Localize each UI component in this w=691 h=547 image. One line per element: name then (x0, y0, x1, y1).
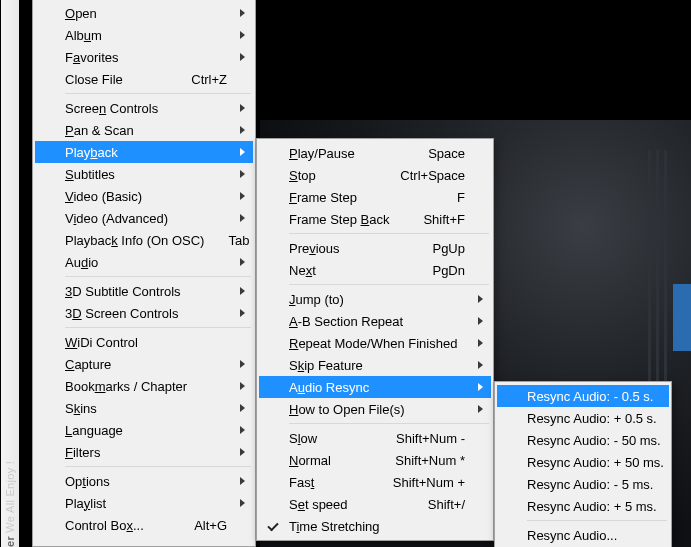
submenu-arrow-icon (240, 448, 245, 456)
menu-item-options[interactable]: Options (35, 470, 253, 492)
menu-item-accelerator: PgDn (432, 263, 465, 278)
menu-item-normal[interactable]: Normal Shift+Num * (259, 449, 491, 471)
menu-item-jump[interactable]: Jump (to) (259, 288, 491, 310)
submenu-arrow-icon (240, 426, 245, 434)
menu-item-skins[interactable]: Skins (35, 397, 253, 419)
menu-item-frame-step-back[interactable]: Frame Step Back Shift+F (259, 208, 491, 230)
menu-item-resync-minus-50ms[interactable]: Resync Audio: - 50 ms. (497, 429, 669, 451)
menu-item-capture[interactable]: Capture (35, 353, 253, 375)
menu-item-label: Resync Audio... (527, 528, 643, 543)
menu-item-time-stretching[interactable]: Time Stretching (259, 515, 491, 537)
submenu-audio-resync: Resync Audio: - 0.5 s. Resync Audio: + 0… (494, 381, 672, 547)
menu-item-label: Audio Resync (289, 380, 465, 395)
menu-item-previous[interactable]: Previous PgUp (259, 237, 491, 259)
menu-item-accelerator: Alt+G (194, 518, 227, 533)
menu-item-skip-feature[interactable]: Skip Feature (259, 354, 491, 376)
menu-item-resync-plus-0-5s[interactable]: Resync Audio: + 0.5 s. (497, 407, 669, 429)
menu-item-frame-step[interactable]: Frame Step F (259, 186, 491, 208)
submenu-arrow-icon (478, 295, 483, 303)
menu-item-accelerator: Shift+Num + (393, 475, 465, 490)
menu-item-pan-scan[interactable]: Pan & Scan (35, 119, 253, 141)
menu-item-screen-controls[interactable]: Screen Controls (35, 97, 253, 119)
playlist-tab-hint[interactable] (673, 284, 691, 351)
menu-item-label: A-B Section Repeat (289, 314, 465, 329)
menu-item-fast[interactable]: Fast Shift+Num + (259, 471, 491, 493)
menu-item-label: Close File (65, 72, 167, 87)
menu-item-language[interactable]: Language (35, 419, 253, 441)
menu-item-stop[interactable]: Stop Ctrl+Space (259, 164, 491, 186)
menu-separator (65, 276, 251, 277)
menu-item-video-basic[interactable]: Video (Basic) (35, 185, 253, 207)
watermark-bold: er (4, 536, 16, 547)
menu-item-resync-minus-0-5s[interactable]: Resync Audio: - 0.5 s. (497, 385, 669, 407)
menu-item-label: Capture (65, 357, 227, 372)
menu-item-3d-screen[interactable]: 3D Screen Controls (35, 302, 253, 324)
menu-item-accelerator: Space (428, 146, 465, 161)
menu-item-how-to-open[interactable]: How to Open File(s) (259, 398, 491, 420)
menu-item-accelerator: Shift+Num * (395, 453, 465, 468)
menu-item-label: Filters (65, 445, 227, 460)
app-root: er We All Enjoy ! Open Album Favorites C… (0, 0, 691, 547)
menu-item-label: Skip Feature (289, 358, 465, 373)
menu-item-label: Audio (65, 255, 227, 270)
menu-item-open[interactable]: Open (35, 2, 253, 24)
menu-item-slow[interactable]: Slow Shift+Num - (259, 427, 491, 449)
menu-item-label: Repeat Mode/When Finished (289, 336, 465, 351)
menu-separator (289, 284, 489, 285)
submenu-arrow-icon (240, 309, 245, 317)
menu-item-label: Resync Audio: - 50 ms. (527, 433, 661, 448)
menu-item-set-speed[interactable]: Set speed Shift+/ (259, 493, 491, 515)
submenu-arrow-icon (240, 499, 245, 507)
menu-item-label: Time Stretching (289, 519, 465, 534)
menu-item-control-box[interactable]: Control Box... Alt+G (35, 514, 253, 536)
menu-item-audio[interactable]: Audio (35, 251, 253, 273)
submenu-arrow-icon (240, 148, 245, 156)
submenu-arrow-icon (478, 383, 483, 391)
menu-item-label: WiDi Control (65, 335, 227, 350)
menu-item-favorites[interactable]: Favorites (35, 46, 253, 68)
menu-item-subtitles[interactable]: Subtitles (35, 163, 253, 185)
menu-item-audio-resync[interactable]: Audio Resync (259, 376, 491, 398)
menu-item-repeat-mode[interactable]: Repeat Mode/When Finished (259, 332, 491, 354)
menu-item-3d-subtitle[interactable]: 3D Subtitle Controls (35, 280, 253, 302)
submenu-arrow-icon (240, 170, 245, 178)
menu-item-bookmarks[interactable]: Bookmarks / Chapter (35, 375, 253, 397)
menu-item-label: 3D Subtitle Controls (65, 284, 227, 299)
menu-item-resync-minus-5ms[interactable]: Resync Audio: - 5 ms. (497, 473, 669, 495)
menu-item-accelerator: Ctrl+Z (191, 72, 227, 87)
submenu-arrow-icon (478, 405, 483, 413)
menu-item-playback-info[interactable]: Playback Info (On OSC) Tab (35, 229, 253, 251)
menu-separator (65, 327, 251, 328)
menu-item-close-file[interactable]: Close File Ctrl+Z (35, 68, 253, 90)
menu-item-playback[interactable]: Playback (35, 141, 253, 163)
menu-item-album[interactable]: Album (35, 24, 253, 46)
submenu-arrow-icon (240, 31, 245, 39)
menu-item-video-advanced[interactable]: Video (Advanced) (35, 207, 253, 229)
menu-item-label: Video (Advanced) (65, 211, 227, 226)
submenu-arrow-icon (240, 192, 245, 200)
menu-item-label: Resync Audio: + 50 ms. (527, 455, 664, 470)
submenu-arrow-icon (240, 126, 245, 134)
menu-item-ab-repeat[interactable]: A-B Section Repeat (259, 310, 491, 332)
menu-item-accelerator: Tab (228, 233, 249, 248)
menu-item-playlist[interactable]: Playlist (35, 492, 253, 514)
menu-item-resync-custom[interactable]: Resync Audio... (497, 524, 669, 546)
menu-item-label: Slow (289, 431, 372, 446)
menu-item-accelerator: Shift+Num - (396, 431, 465, 446)
menu-item-label: 3D Screen Controls (65, 306, 227, 321)
menu-item-play-pause[interactable]: Play/Pause Space (259, 142, 491, 164)
menu-item-label: Jump (to) (289, 292, 465, 307)
submenu-arrow-icon (240, 287, 245, 295)
menu-item-label: Resync Audio: - 5 ms. (527, 477, 653, 492)
submenu-arrow-icon (478, 339, 483, 347)
menu-item-label: Subtitles (65, 167, 227, 182)
menu-item-resync-plus-50ms[interactable]: Resync Audio: + 50 ms. (497, 451, 669, 473)
menu-item-next[interactable]: Next PgDn (259, 259, 491, 281)
menu-item-accelerator: F (457, 190, 465, 205)
submenu-arrow-icon (240, 382, 245, 390)
menu-item-filters[interactable]: Filters (35, 441, 253, 463)
menu-item-label: Album (65, 28, 227, 43)
menu-item-widi[interactable]: WiDi Control (35, 331, 253, 353)
menu-item-resync-plus-5ms[interactable]: Resync Audio: + 5 ms. (497, 495, 669, 517)
menu-item-label: Normal (289, 453, 371, 468)
